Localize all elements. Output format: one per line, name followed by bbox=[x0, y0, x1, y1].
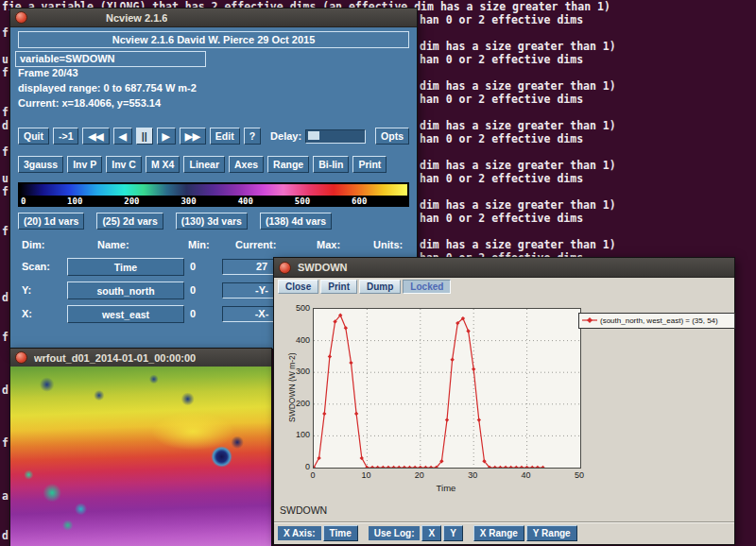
plot-variable-label: SWDOWN bbox=[280, 504, 327, 516]
x-tick-label: 20 bbox=[415, 470, 424, 480]
terminal-text-line: dim has a size greater than 1) bbox=[420, 160, 616, 172]
terminal-text-fragment: a bbox=[2, 490, 9, 503]
print-button[interactable]: Print bbox=[352, 156, 387, 173]
x-tick-label: 0 bbox=[310, 470, 315, 480]
x-tick-label: 40 bbox=[522, 470, 531, 480]
close-icon[interactable] bbox=[279, 262, 291, 274]
use-log-label: Use Log: bbox=[369, 526, 421, 540]
dim-label: Scan: bbox=[22, 258, 50, 276]
linear-scale-button[interactable]: Linear bbox=[183, 156, 225, 173]
terminal-text-fragment: f bbox=[2, 146, 9, 159]
terminal-text-fragment: u bbox=[2, 54, 9, 66]
dim-name-button[interactable]: west_east bbox=[67, 305, 184, 323]
vars-1d-button[interactable]: (20) 1d vars bbox=[18, 213, 84, 230]
vars-3d-button[interactable]: (130) 3d vars bbox=[176, 213, 248, 230]
range-button[interactable]: Range bbox=[267, 156, 309, 173]
terminal-text-fragment: f bbox=[2, 226, 9, 238]
y-tick-label: 0 bbox=[282, 462, 310, 471]
log-x-button[interactable]: X bbox=[421, 525, 441, 541]
dim-column-header: Current: bbox=[235, 239, 276, 250]
plot-toolbar: ClosePrintDumpLocked bbox=[278, 280, 451, 294]
displayed-range-label: displayed range: 0 to 687.754 W m-2 bbox=[18, 82, 197, 94]
step-one-button[interactable]: ->1 bbox=[53, 128, 78, 145]
help-button[interactable]: ? bbox=[244, 128, 261, 145]
x-axis-label: X Axis: bbox=[278, 526, 321, 540]
dim-column-header: Max: bbox=[317, 239, 340, 250]
terminal-text-line: dim has a size greater than 1) bbox=[420, 41, 616, 53]
x-tick-label: 30 bbox=[468, 470, 477, 480]
dump-button[interactable]: Dump bbox=[359, 280, 401, 294]
options-row: 3gaussInv PInv CM X4LinearAxesRangeBi-li… bbox=[18, 156, 409, 173]
axes-button[interactable]: Axes bbox=[229, 156, 264, 173]
fast-rewind-button[interactable]: ◀◀ bbox=[82, 128, 109, 145]
y-tick-label: 500 bbox=[282, 303, 310, 313]
opts-button[interactable]: Opts bbox=[375, 128, 409, 145]
dim-column-header: Dim: bbox=[22, 239, 44, 250]
invert-p-button[interactable]: Inv P bbox=[67, 156, 102, 173]
close-icon[interactable] bbox=[15, 11, 27, 24]
terminal-text-line: han 0 or 2 effective dims bbox=[420, 14, 583, 26]
close-plot-button[interactable]: Close bbox=[278, 280, 318, 294]
fast-forward-button[interactable]: ▶▶ bbox=[180, 128, 206, 145]
dim-min-value: 0 bbox=[190, 305, 196, 323]
terminal-text-fragment: f bbox=[2, 27, 9, 40]
reverse-play-button[interactable]: ◀ bbox=[113, 128, 132, 145]
invert-c-button[interactable]: Inv C bbox=[106, 156, 142, 173]
terminal-text-line: han 0 or 2 effective dims bbox=[420, 54, 583, 66]
ncview-version-label: Ncview 2.1.6 David W. Pierce 29 Oct 2015 bbox=[18, 31, 409, 48]
delay-slider[interactable] bbox=[305, 129, 366, 144]
pause-button[interactable]: || bbox=[136, 128, 153, 145]
wrfout-window: wrfout_d01_2014-01-01_00:00:00 bbox=[9, 348, 272, 546]
colorbar-tick-label: 300 bbox=[180, 196, 196, 206]
log-y-button[interactable]: Y bbox=[443, 525, 463, 541]
y-axis-title: SWDOWN (W m-2) bbox=[286, 308, 298, 467]
bilinear-button[interactable]: Bi-lin bbox=[313, 156, 349, 173]
x-tick-label: 10 bbox=[361, 470, 370, 480]
plot-area[interactable] bbox=[313, 308, 581, 469]
y-tick-label: 400 bbox=[282, 335, 310, 345]
wrfout-titlebar[interactable]: wrfout_d01_2014-01-01_00:00:00 bbox=[10, 349, 271, 367]
colorbar[interactable]: 0100200300400500600 bbox=[18, 182, 409, 207]
wrfout-window-title: wrfout_d01_2014-01-01_00:00:00 bbox=[34, 352, 196, 364]
plot-titlebar[interactable]: SWDOWN bbox=[274, 258, 734, 278]
terminal-text-fragment: f bbox=[2, 67, 9, 79]
dim-name-button[interactable]: Time bbox=[67, 258, 184, 276]
close-icon[interactable] bbox=[15, 351, 27, 364]
delay-slider-thumb[interactable] bbox=[308, 131, 319, 140]
colorbar-tick-label: 100 bbox=[67, 196, 82, 206]
ncview-window-title: Ncview 2.1.6 bbox=[34, 12, 167, 24]
colorbar-tick-label: 500 bbox=[295, 196, 310, 206]
vars-4d-button[interactable]: (138) 4d vars bbox=[260, 213, 332, 230]
dim-min-value: 0 bbox=[190, 258, 196, 276]
x-axis-title: Time bbox=[313, 483, 579, 493]
quit-button[interactable]: Quit bbox=[18, 128, 49, 145]
plot-window: SWDOWN ClosePrintDumpLocked SWDOWN (W m-… bbox=[273, 257, 735, 545]
terminal-text-fragment: d bbox=[2, 292, 9, 304]
dim-name-button[interactable]: south_north bbox=[67, 282, 184, 299]
play-button[interactable]: ▶ bbox=[157, 128, 176, 145]
terminal-text-line: han 0 or 2 effective dims bbox=[420, 133, 583, 145]
ncview-titlebar[interactable]: Ncview 2.1.6 bbox=[10, 9, 417, 27]
colormap-button[interactable]: 3gauss bbox=[18, 156, 63, 173]
x-range-button[interactable]: X Range bbox=[473, 525, 524, 541]
x-axis-time-button[interactable]: Time bbox=[323, 525, 358, 541]
locked-toggle[interactable]: Locked bbox=[403, 280, 451, 294]
magnify-x4-button[interactable]: M X4 bbox=[146, 156, 180, 173]
dim-column-header: Name: bbox=[97, 239, 129, 250]
print-plot-button[interactable]: Print bbox=[320, 280, 357, 294]
terminal-text-line: dim has a size greater than 1) bbox=[420, 199, 616, 212]
legend-marker-icon bbox=[582, 316, 597, 326]
terminal-text-line: dim has a size greater than 1) bbox=[420, 239, 616, 251]
plot-window-body: ClosePrintDumpLocked SWDOWN (W m-2) Time… bbox=[274, 277, 734, 544]
transport-row: Quit->1◀◀◀||▶▶▶Edit? Delay: Opts bbox=[18, 128, 409, 145]
dim-label: X: bbox=[22, 305, 32, 323]
y-range-button[interactable]: Y Range bbox=[526, 525, 577, 541]
terminal-text-fragment: f bbox=[2, 107, 9, 119]
terminal-text-fragment: d bbox=[2, 530, 9, 542]
plot-window-title: SWDOWN bbox=[298, 262, 348, 273]
wrfout-heatmap[interactable] bbox=[10, 367, 271, 546]
vars-2d-button[interactable]: (25) 2d vars bbox=[96, 213, 163, 230]
frame-label: Frame 20/43 bbox=[18, 67, 78, 78]
edit-button[interactable]: Edit bbox=[210, 128, 240, 145]
legend: (south_north, west_east) = (35, 54) bbox=[578, 313, 735, 329]
